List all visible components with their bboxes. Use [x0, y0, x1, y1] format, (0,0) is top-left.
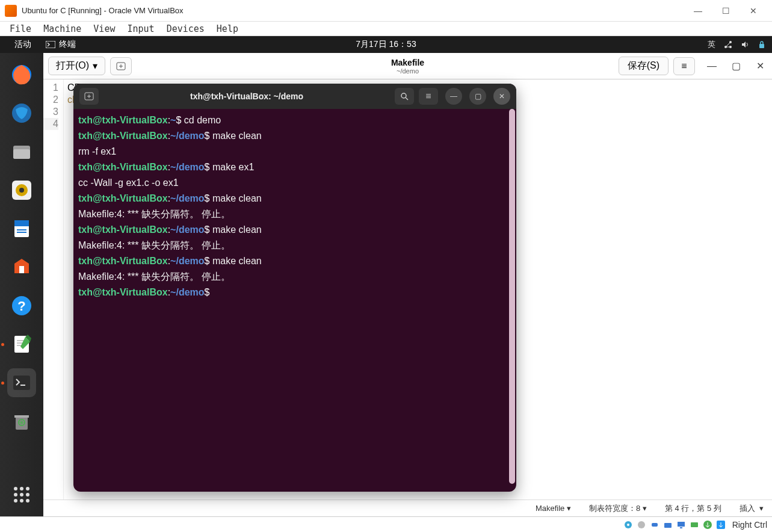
optical-icon[interactable]: [636, 519, 647, 530]
svg-point-13: [19, 188, 24, 193]
gedit-title-area: Makefile ~/demo: [391, 58, 424, 75]
svg-rect-15: [14, 220, 29, 226]
gedit-file-title: Makefile: [391, 58, 424, 67]
lock-icon[interactable]: [758, 40, 766, 49]
svg-rect-50: [652, 523, 658, 527]
gedit-minimize-button[interactable]: —: [705, 59, 719, 73]
menu-help[interactable]: Help: [211, 22, 244, 36]
recording-icon[interactable]: [689, 519, 700, 530]
svg-rect-54: [691, 522, 698, 527]
svg-text:?: ?: [17, 298, 25, 314]
terminal-menu-button[interactable]: ≡: [419, 88, 438, 105]
menu-devices[interactable]: Devices: [161, 22, 211, 36]
vbox-titlebar: Ubuntu for C [Running] - Oracle VM Virtu…: [0, 0, 772, 22]
rhythmbox-icon[interactable]: [7, 176, 36, 205]
datetime-label[interactable]: 7月17日 16：53: [356, 39, 416, 50]
open-button-label: 打开(O): [56, 60, 89, 72]
recording-arrow-icon[interactable]: [702, 519, 713, 530]
ime-indicator[interactable]: 英: [708, 39, 715, 50]
network-icon[interactable]: [724, 40, 732, 49]
save-button[interactable]: 保存(S): [619, 57, 669, 75]
libreoffice-writer-icon[interactable]: [7, 214, 36, 243]
activities-button[interactable]: 活动: [6, 39, 40, 50]
terminal-line: Makefile:4: *** 缺失分隔符。 停止。: [78, 238, 511, 253]
maximize-button[interactable]: ☐: [712, 0, 740, 22]
new-tab-icon: [116, 62, 126, 70]
svg-point-45: [401, 93, 406, 98]
svg-rect-6: [759, 44, 764, 48]
menu-file[interactable]: File: [4, 22, 37, 36]
menu-view[interactable]: View: [87, 22, 121, 36]
svg-point-49: [638, 521, 645, 528]
svg-point-36: [14, 499, 17, 503]
terminal-maximize-button[interactable]: ▢: [469, 88, 486, 105]
close-button[interactable]: ✕: [740, 0, 767, 22]
status-language[interactable]: Makefile ▾: [536, 504, 571, 513]
terminal-search-button[interactable]: [395, 88, 414, 105]
terminal-icon: [46, 41, 55, 48]
usb-icon[interactable]: [649, 519, 660, 530]
app-indicator[interactable]: 终端: [40, 39, 82, 50]
ubuntu-dock: ?: [0, 53, 43, 516]
new-tab-button[interactable]: [110, 57, 132, 75]
terminal-line: txh@txh-VirtualBox:~/demo$: [78, 285, 511, 300]
files-icon[interactable]: [7, 137, 36, 166]
text-editor-icon[interactable]: [7, 330, 36, 359]
hamburger-menu-button[interactable]: ≡: [673, 57, 695, 75]
svg-rect-51: [664, 523, 672, 528]
vbox-window-title: Ubuntu for C [Running] - Oracle VM Virtu…: [22, 6, 684, 15]
new-tab-icon: [84, 92, 94, 101]
show-apps-icon[interactable]: [7, 480, 36, 509]
terminal-line: Makefile:4: *** 缺失分隔符。 停止。: [78, 206, 511, 222]
menu-input[interactable]: Input: [121, 22, 160, 36]
svg-rect-28: [14, 415, 29, 418]
terminal-new-tab-button[interactable]: [79, 88, 99, 105]
svg-point-30: [14, 487, 17, 490]
save-button-label: 保存(S): [628, 60, 659, 70]
gedit-close-button[interactable]: ✕: [753, 59, 767, 73]
vbox-logo-icon: [5, 5, 17, 17]
terminal-line: cc -Wall -g ex1.c -o ex1: [78, 175, 511, 191]
ubuntu-software-icon[interactable]: [7, 253, 36, 282]
camera-icon[interactable]: [715, 519, 726, 530]
thunderbird-icon[interactable]: [7, 99, 36, 128]
terminal-line: txh@txh-VirtualBox:~/demo$ make clean: [78, 128, 511, 144]
hamburger-icon: ≡: [681, 61, 687, 72]
status-tabwidth[interactable]: 制表符宽度：8 ▾: [589, 503, 647, 514]
svg-point-37: [20, 499, 23, 503]
menu-machine[interactable]: Machine: [37, 22, 87, 36]
gedit-maximize-button[interactable]: ▢: [729, 59, 743, 73]
app-indicator-label: 终端: [59, 39, 76, 50]
terminal-app-icon[interactable]: [7, 368, 36, 397]
terminal-line: rm -f ex1: [78, 144, 511, 159]
gedit-headerbar: 打开(O) ▾ Makefile ~/demo 保存(S) ≡ — ▢ ✕: [43, 53, 772, 79]
terminal-scrollbar[interactable]: [509, 109, 515, 484]
harddisk-icon[interactable]: [623, 519, 634, 530]
minimize-button[interactable]: —: [684, 0, 712, 22]
svg-point-31: [20, 487, 23, 490]
status-cursor-pos: 第 4 行，第 5 列: [665, 503, 721, 514]
volume-icon[interactable]: [741, 40, 749, 49]
trash-icon[interactable]: [7, 407, 36, 436]
terminal-line: txh@txh-VirtualBox:~/demo$ make ex1: [78, 159, 511, 175]
terminal-minimize-button[interactable]: —: [445, 88, 462, 105]
open-button[interactable]: 打开(O) ▾: [48, 57, 105, 75]
ubuntu-topbar: 活动 终端 7月17日 16：53 英: [0, 36, 772, 53]
vbox-menubar: File Machine View Input Devices Help: [0, 22, 772, 36]
help-icon[interactable]: ?: [7, 291, 36, 320]
hamburger-icon: ≡: [425, 91, 431, 102]
status-insert-mode[interactable]: 插入 ▾: [740, 503, 764, 514]
shared-folder-icon[interactable]: [662, 519, 673, 530]
terminal-line: txh@txh-VirtualBox:~/demo$ make clean: [78, 253, 511, 269]
terminal-body[interactable]: txh@txh-VirtualBox:~$ cd demotxh@txh-Vir…: [73, 109, 516, 492]
terminal-close-button[interactable]: ✕: [493, 88, 510, 105]
display-icon[interactable]: [676, 519, 687, 530]
firefox-icon[interactable]: [7, 60, 36, 89]
svg-point-38: [26, 499, 29, 503]
vbox-statusbar: Right Ctrl: [0, 516, 772, 532]
gedit-statusbar: Makefile ▾ 制表符宽度：8 ▾ 第 4 行，第 5 列 插入 ▾: [43, 500, 772, 516]
svg-rect-53: [680, 527, 682, 528]
terminal-title: txh@txh-VirtualBox: ~/demo: [103, 91, 390, 101]
svg-point-34: [20, 493, 23, 496]
svg-rect-25: [13, 376, 30, 390]
